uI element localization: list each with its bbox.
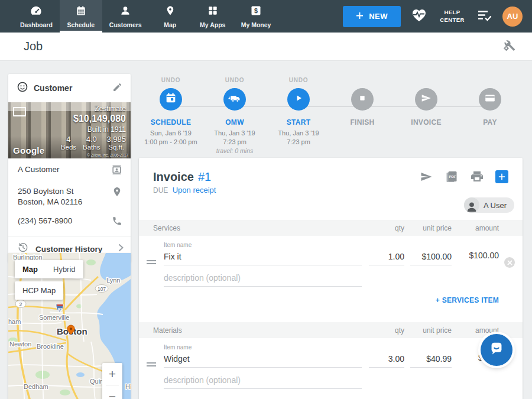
invoice-step-button[interactable]	[415, 88, 437, 111]
map-type-map-button[interactable]: Map	[15, 260, 46, 278]
built-year: Built in 1911	[61, 125, 126, 134]
zoom-out-button[interactable]: −	[102, 385, 122, 399]
omw-step-button[interactable]	[223, 88, 246, 111]
undo-start-button[interactable]: UNDO	[289, 77, 309, 85]
material-item-name-input[interactable]	[164, 352, 362, 368]
omw-step-label: OMW	[225, 118, 244, 126]
truck-icon	[228, 92, 242, 108]
map-label-hingham: Hi	[125, 383, 131, 390]
pay-step-label: PAY	[483, 118, 497, 126]
map-widget[interactable]: Burlington Lynn Somerville ham Newton Br…	[8, 253, 131, 399]
material-unit-price-input[interactable]	[410, 352, 452, 368]
page-title: Job	[24, 40, 43, 53]
google-watermark: Google	[13, 145, 44, 155]
help-center-button[interactable]: HELP CENTER	[437, 9, 467, 24]
svg-text:PDF: PDF	[449, 175, 456, 179]
service-amount: $100.00	[452, 251, 499, 265]
calendar-icon	[75, 5, 87, 19]
invoice-step-label: INVOICE	[411, 118, 441, 126]
heart-pulse-icon[interactable]	[411, 8, 427, 25]
nav-my-money[interactable]: $ My Money	[234, 0, 278, 33]
chat-bubble-button[interactable]	[481, 334, 512, 366]
undo-omw-button[interactable]: UNDO	[225, 77, 245, 85]
drag-handle-icon[interactable]	[147, 258, 156, 266]
service-qty-input[interactable]	[369, 250, 404, 265]
due-value-link[interactable]: Upon receipt	[173, 186, 216, 194]
job-settings-icon[interactable]	[502, 39, 515, 54]
zillow-copyright: © Zillow, Inc. 2006-2017	[87, 153, 128, 157]
start-step-button[interactable]	[287, 88, 310, 111]
sqft-label: Sq.ft.	[106, 144, 126, 151]
stop-icon	[356, 92, 369, 107]
amount-column-header: amount	[452, 224, 499, 232]
customer-face-icon	[17, 81, 28, 95]
content-area: Customer Zestimate $10,149,080 Built in …	[0, 61, 532, 399]
timeline-step-invoice: INVOICE	[394, 77, 458, 154]
property-photo: Zestimate $10,149,080 Built in 1911 4Bed…	[8, 102, 131, 158]
service-description-input[interactable]	[164, 271, 362, 287]
remove-item-button[interactable]	[504, 257, 515, 268]
nav-schedule[interactable]: Schedule	[60, 0, 102, 33]
map-label-waltham: ham	[8, 318, 21, 325]
schedule-step-button[interactable]	[160, 88, 182, 111]
beds-label: Beds	[61, 144, 76, 151]
customer-card: Customer Zestimate $10,149,080 Built in …	[8, 74, 131, 262]
materials-header-band: Materials qty unit price amount	[139, 322, 523, 338]
pdf-icon[interactable]: PDF	[445, 170, 459, 184]
hcp-map-button[interactable]: HCP Map	[15, 281, 63, 300]
material-qty-input[interactable]	[369, 352, 404, 368]
start-step-date: Thu, Jan 3 '197:23 pm	[278, 129, 319, 147]
customer-card-title: Customer	[34, 83, 107, 93]
finish-step-label: FINISH	[350, 118, 374, 126]
finish-step-button[interactable]	[351, 88, 374, 111]
pay-step-button[interactable]	[479, 88, 501, 111]
drag-handle-icon[interactable]	[147, 361, 156, 368]
undo-schedule-button[interactable]: UNDO	[161, 77, 181, 85]
route-shield-107: 107	[95, 285, 108, 293]
map-label-newton: Newton	[9, 340, 31, 348]
materials-section-title: Materials	[153, 326, 363, 335]
avatar[interactable]: AU	[502, 7, 523, 27]
send-invoice-icon[interactable]	[419, 170, 433, 184]
nav-customers[interactable]: Customers	[102, 0, 149, 33]
zestimate-value: $10,149,080	[61, 113, 126, 124]
material-description-input[interactable]	[164, 374, 362, 389]
nav-my-apps[interactable]: My Apps	[192, 0, 234, 33]
edit-pencil-icon[interactable]	[112, 82, 122, 95]
dashboard-icon	[30, 5, 43, 19]
new-button[interactable]: NEW	[343, 6, 401, 27]
phone-icon[interactable]	[112, 216, 122, 229]
svg-text:2: 2	[19, 301, 22, 307]
customer-address: 250 Boylston StBoston, MA 02116	[18, 186, 107, 207]
nav-map[interactable]: Map	[149, 0, 192, 33]
service-item-row: Item name $100.00	[139, 236, 523, 265]
assignee-avatar-icon	[464, 197, 479, 213]
assignee-chip[interactable]: A User	[464, 197, 514, 213]
print-icon[interactable]	[470, 170, 484, 184]
omw-travel-note: travel: 0 mins	[216, 147, 253, 154]
timeline-step-schedule: UNDO SCHEDULE Sun, Jan 6 '191:00 pm - 2:…	[139, 77, 203, 154]
nav-map-label: Map	[164, 21, 176, 28]
amount-column-header: amount	[452, 326, 499, 335]
svg-text:93: 93	[57, 307, 62, 312]
chat-icon	[488, 340, 505, 360]
services-header-band: Services qty unit price amount	[139, 220, 523, 236]
contact-card-icon[interactable]	[111, 164, 122, 178]
app-window: Dashboard Schedule Customers Map My Apps	[0, 0, 532, 399]
map-type-hybrid-button[interactable]: Hybrid	[46, 260, 83, 278]
due-label: DUE	[153, 186, 168, 194]
item-name-label: Item name	[164, 242, 363, 248]
nav-dashboard[interactable]: Dashboard	[13, 0, 60, 33]
nav-my-money-label: My Money	[241, 21, 271, 28]
add-services-item-link[interactable]: + SERVICES ITEM	[436, 296, 499, 304]
street-view-icon[interactable]	[13, 107, 26, 116]
zoom-in-button[interactable]: +	[102, 363, 122, 385]
service-item-name-input[interactable]	[164, 250, 362, 265]
map-zoom-control: + −	[102, 363, 122, 399]
location-pin-icon[interactable]	[112, 186, 122, 200]
materials-section: Materials qty unit price amount Item nam…	[139, 322, 523, 399]
timeline-step-omw: UNDO OMW Thu, Jan 3 '197:23 pm travel: 0…	[203, 77, 267, 154]
service-unit-price-input[interactable]	[410, 250, 452, 265]
add-invoice-button[interactable]	[495, 170, 508, 183]
activity-list-icon[interactable]	[477, 9, 492, 24]
